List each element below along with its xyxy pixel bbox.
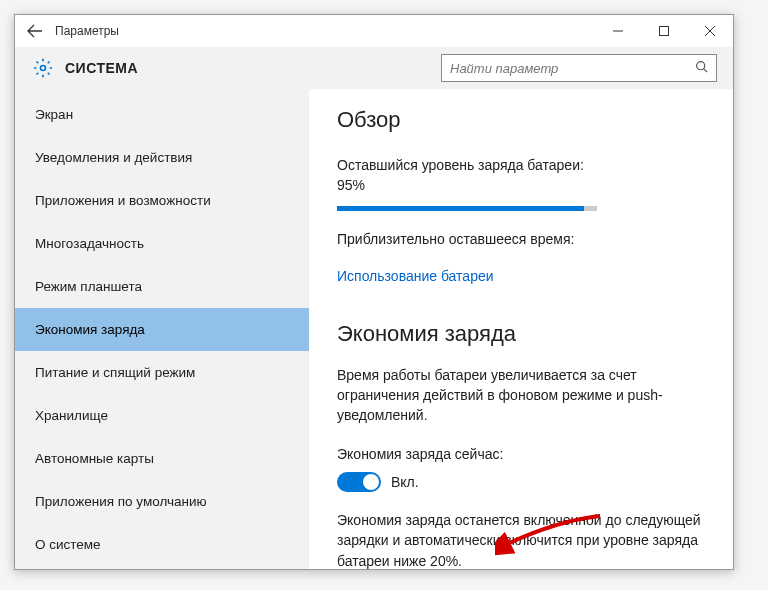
saver-now-block: Экономия заряда сейчас: Вкл. bbox=[337, 444, 711, 492]
maximize-icon bbox=[659, 26, 669, 36]
sidebar-item-6[interactable]: Питание и спящий режим bbox=[15, 351, 309, 394]
window-title: Параметры bbox=[55, 24, 119, 38]
search-box[interactable] bbox=[441, 54, 717, 82]
saver-note-block: Экономия заряда останется включенной до … bbox=[337, 510, 711, 569]
battery-level-label: Оставшийся уровень заряда батареи: bbox=[337, 155, 711, 175]
sidebar-item-1[interactable]: Уведомления и действия bbox=[15, 136, 309, 179]
search-icon bbox=[695, 60, 708, 76]
header-row: СИСТЕМА bbox=[15, 47, 733, 89]
toggle-state-label: Вкл. bbox=[391, 474, 419, 490]
saver-desc-block: Время работы батареи увеличивается за сч… bbox=[337, 365, 711, 426]
sidebar-item-4[interactable]: Режим планшета bbox=[15, 265, 309, 308]
close-icon bbox=[705, 26, 715, 36]
time-remaining-block: Приблизительно оставшееся время: bbox=[337, 229, 711, 249]
saver-note: Экономия заряда останется включенной до … bbox=[337, 510, 711, 569]
sidebar-item-0[interactable]: Экран bbox=[15, 93, 309, 136]
battery-usage-block: Использование батареи bbox=[337, 267, 711, 285]
sidebar-item-9[interactable]: Приложения по умолчанию bbox=[15, 480, 309, 523]
battery-progress bbox=[337, 206, 597, 211]
settings-window: Параметры СИСТЕМА ЭкранУведомления и дей… bbox=[14, 14, 734, 570]
saver-now-label: Экономия заряда сейчас: bbox=[337, 444, 711, 464]
body: ЭкранУведомления и действияПриложения и … bbox=[15, 89, 733, 569]
battery-level-block: Оставшийся уровень заряда батареи: 95% bbox=[337, 155, 711, 211]
overview-heading: Обзор bbox=[337, 107, 711, 133]
svg-point-3 bbox=[697, 62, 705, 70]
back-button[interactable] bbox=[15, 15, 55, 47]
sidebar-item-7[interactable]: Хранилище bbox=[15, 394, 309, 437]
svg-point-2 bbox=[41, 66, 46, 71]
sidebar-item-3[interactable]: Многозадачность bbox=[15, 222, 309, 265]
sidebar-item-5[interactable]: Экономия заряда bbox=[15, 308, 309, 351]
gear-icon bbox=[33, 58, 53, 78]
time-remaining-label: Приблизительно оставшееся время: bbox=[337, 229, 711, 249]
toggle-knob bbox=[363, 474, 379, 490]
sidebar-item-10[interactable]: О системе bbox=[15, 523, 309, 566]
svg-line-4 bbox=[704, 69, 707, 72]
minimize-button[interactable] bbox=[595, 15, 641, 47]
content-panel: Обзор Оставшийся уровень заряда батареи:… bbox=[309, 89, 733, 569]
minimize-icon bbox=[613, 26, 623, 36]
section-title: СИСТЕМА bbox=[65, 60, 138, 76]
battery-percent: 95% bbox=[337, 175, 711, 195]
close-button[interactable] bbox=[687, 15, 733, 47]
search-input[interactable] bbox=[450, 61, 695, 76]
arrow-left-icon bbox=[27, 23, 43, 39]
saver-toggle[interactable] bbox=[337, 472, 381, 492]
sidebar-item-2[interactable]: Приложения и возможности bbox=[15, 179, 309, 222]
sidebar-item-8[interactable]: Автономные карты bbox=[15, 437, 309, 480]
battery-progress-fill bbox=[337, 206, 584, 211]
battery-saver-heading: Экономия заряда bbox=[337, 321, 711, 347]
svg-rect-1 bbox=[660, 27, 669, 36]
sidebar: ЭкранУведомления и действияПриложения и … bbox=[15, 89, 309, 569]
window-controls bbox=[595, 15, 733, 47]
battery-usage-link[interactable]: Использование батареи bbox=[337, 268, 494, 284]
saver-desc: Время работы батареи увеличивается за сч… bbox=[337, 365, 711, 426]
titlebar: Параметры bbox=[15, 15, 733, 47]
maximize-button[interactable] bbox=[641, 15, 687, 47]
saver-toggle-row: Вкл. bbox=[337, 472, 711, 492]
